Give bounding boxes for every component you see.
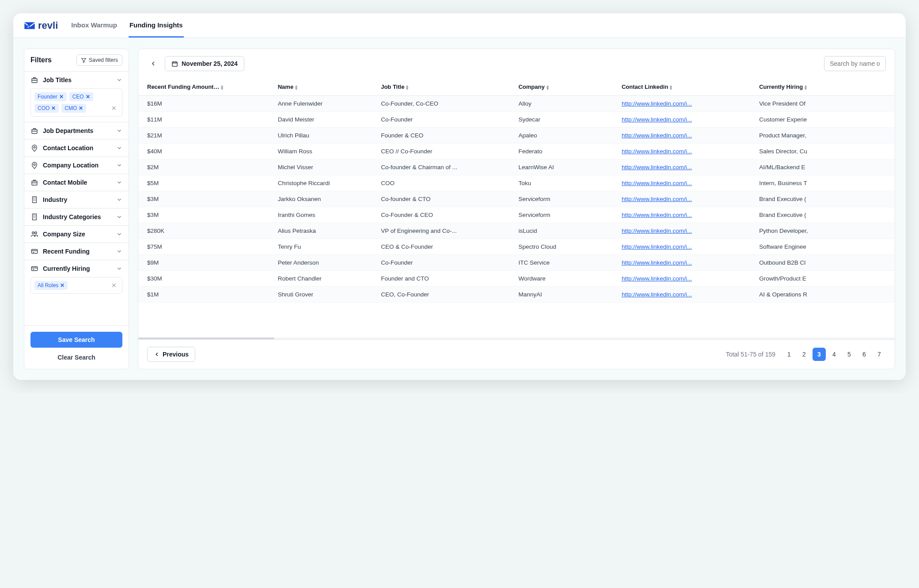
table-scroll[interactable]: Recent Funding Amount…▴▾Name▴▾Job Title▴… [138, 78, 895, 338]
date-picker[interactable]: November 25, 2024 [165, 56, 244, 71]
linkedin-link[interactable]: http://www.linkedin.com/i... [622, 228, 692, 234]
page-7[interactable]: 7 [873, 348, 886, 361]
page-1[interactable]: 1 [782, 348, 796, 361]
page-3[interactable]: 3 [813, 348, 826, 361]
table-row[interactable]: $1M Shruti Grover CEO, Co-Founder MannyA… [138, 287, 895, 303]
page-5[interactable]: 5 [843, 348, 856, 361]
linkedin-link[interactable]: http://www.linkedin.com/i... [622, 180, 692, 186]
table-row[interactable]: $30M Robert Chandler Founder and CTO Wor… [138, 271, 895, 287]
column-header[interactable]: Currently Hiring▴▾ [750, 78, 895, 96]
linkedin-link[interactable]: http://www.linkedin.com/i... [622, 291, 692, 298]
pin-icon [30, 161, 38, 169]
column-header[interactable]: Job Title▴▾ [372, 78, 509, 96]
envelope-check-icon [24, 21, 35, 30]
linkedin-link[interactable]: http://www.linkedin.com/i... [622, 116, 692, 123]
filter-header[interactable]: Company Size [24, 226, 129, 243]
filter-header[interactable]: Job Departments [24, 122, 129, 139]
column-header[interactable]: Company▴▾ [509, 78, 612, 96]
table-row[interactable]: $21M Ulrich Pillau Founder & CEO Apaleo … [138, 128, 895, 144]
filter-chip[interactable]: CMO✕ [61, 104, 86, 113]
filter-chip[interactable]: CEO✕ [69, 92, 93, 101]
cell-name: Michel Visser [269, 159, 372, 175]
chevron-left-icon [154, 351, 160, 357]
cell-linkedin: http://www.linkedin.com/i... [613, 271, 750, 287]
filter-header[interactable]: Recent Funding [24, 243, 129, 260]
column-header[interactable]: Recent Funding Amount…▴▾ [138, 78, 269, 96]
filter-chip[interactable]: All Roles✕ [34, 281, 68, 290]
filter-label: Company Location [43, 162, 112, 169]
table-row[interactable]: $75M Tenry Fu CEO & Co-Founder Spectro C… [138, 239, 895, 255]
previous-button[interactable]: Previous [147, 347, 195, 362]
linkedin-link[interactable]: http://www.linkedin.com/i... [622, 259, 692, 266]
cell-linkedin: http://www.linkedin.com/i... [613, 96, 750, 112]
previous-label: Previous [163, 351, 189, 358]
linkedin-link[interactable]: http://www.linkedin.com/i... [622, 243, 692, 250]
clear-search-button[interactable]: Clear Search [30, 352, 122, 363]
linkedin-link[interactable]: http://www.linkedin.com/i... [622, 275, 692, 282]
total-count: Total 51-75 of 159 [726, 351, 775, 358]
linkedin-link[interactable]: http://www.linkedin.com/i... [622, 164, 692, 171]
table-row[interactable]: $5M Christophe Riccardi COO Toku http://… [138, 175, 895, 191]
filter-label: Currently Hiring [43, 265, 112, 272]
chip-remove-icon[interactable]: ✕ [79, 105, 83, 111]
horizontal-scrollbar[interactable] [138, 338, 895, 339]
linkedin-link[interactable]: http://www.linkedin.com/i... [622, 212, 692, 218]
filter-chip[interactable]: COO✕ [34, 104, 59, 113]
filter-section-contact-location: Contact Location [24, 139, 129, 156]
page-2[interactable]: 2 [797, 348, 811, 361]
linkedin-link[interactable]: http://www.linkedin.com/i... [622, 148, 692, 155]
cell-title: CEO // Co-Founder [372, 144, 509, 159]
table-row[interactable]: $40M William Ross CEO // Co-Founder Fede… [138, 144, 895, 159]
date-prev-button[interactable] [147, 57, 159, 70]
table-row[interactable]: $3M Jarkko Oksanen Co-founder & CTO Serv… [138, 191, 895, 207]
cell-company: Serviceform [509, 191, 612, 207]
cell-title: Founder and CTO [372, 271, 509, 287]
cell-name: Jarkko Oksanen [269, 191, 372, 207]
filter-header[interactable]: Currently Hiring [24, 260, 129, 277]
tab-funding-insights[interactable]: Funding Insights [129, 13, 184, 38]
table-row[interactable]: $280K Alius Petraska VP of Engineering a… [138, 223, 895, 239]
cell-amount: $30M [138, 271, 269, 287]
saved-filters-button[interactable]: Saved filters [76, 54, 122, 66]
table-row[interactable]: $2M Michel Visser Co-founder & Chairman … [138, 159, 895, 175]
cell-amount: $1M [138, 287, 269, 303]
search-input[interactable] [824, 56, 886, 71]
cell-name: Anne Fulenwider [269, 96, 372, 112]
chip-remove-icon[interactable]: ✕ [86, 94, 90, 100]
chevron-down-icon [116, 231, 122, 237]
filter-header[interactable]: Company Location [24, 157, 129, 174]
table-row[interactable]: $9M Peter Anderson Co-Founder ITC Servic… [138, 255, 895, 271]
brand-logo[interactable]: revli [24, 20, 58, 31]
chip-remove-icon[interactable]: ✕ [51, 105, 56, 111]
chip-remove-icon[interactable]: ✕ [59, 94, 64, 100]
chip-remove-icon[interactable]: ✕ [60, 282, 65, 288]
svg-rect-10 [31, 250, 38, 254]
table-row[interactable]: $11M David Meister Co-Founder Sydecar ht… [138, 112, 895, 128]
filter-header[interactable]: Industry [24, 191, 129, 208]
clear-chips-icon[interactable]: ✕ [110, 105, 118, 112]
page-6[interactable]: 6 [858, 348, 871, 361]
filter-header[interactable]: Contact Mobile [24, 174, 129, 191]
column-header[interactable]: Contact Linkedin▴▾ [613, 78, 750, 96]
filter-header[interactable]: Industry Categories [24, 209, 129, 225]
cell-name: Christophe Riccardi [269, 175, 372, 191]
table-row[interactable]: $16M Anne Fulenwider Co-Founder, Co-CEO … [138, 96, 895, 112]
column-label: Job Title [381, 83, 404, 90]
linkedin-link[interactable]: http://www.linkedin.com/i... [622, 132, 692, 139]
column-header[interactable]: Name▴▾ [269, 78, 372, 96]
clear-chips-icon[interactable]: ✕ [110, 282, 118, 289]
table-row[interactable]: $3M Iranthi Gomes Co-Founder & CEO Servi… [138, 207, 895, 223]
body: Filters Saved filters Job Titles Founder… [13, 38, 906, 380]
filter-header[interactable]: Job Titles [24, 72, 129, 88]
page-4[interactable]: 4 [828, 348, 841, 361]
filter-header[interactable]: Contact Location [24, 140, 129, 156]
linkedin-link[interactable]: http://www.linkedin.com/i... [622, 196, 692, 202]
filter-chip[interactable]: Founder✕ [34, 92, 67, 101]
chip-label: COO [38, 105, 49, 111]
column-label: Contact Linkedin [622, 83, 668, 90]
linkedin-link[interactable]: http://www.linkedin.com/i... [622, 100, 692, 107]
filter-section-company-size: Company Size [24, 225, 129, 243]
tab-inbox-warmup[interactable]: Inbox Warmup [70, 13, 118, 38]
save-search-button[interactable]: Save Search [30, 332, 122, 348]
cell-linkedin: http://www.linkedin.com/i... [613, 223, 750, 239]
